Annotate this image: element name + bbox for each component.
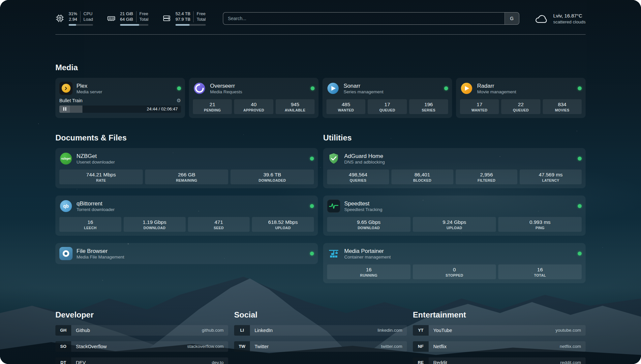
overseerr-icon [193,82,206,95]
memory-total-label: Total [139,17,148,22]
stat-label: UPLOAD [414,226,495,230]
stat-label: DOWNLOADED [232,178,313,182]
service-subtitle: DNS and adblocking [344,160,385,165]
bookmark-abbr: SO [55,341,71,352]
stat-label: BLOCKED [393,178,452,182]
stat-label: WANTED [461,108,498,112]
weather-location: Lviv, 16.87°C [553,13,586,19]
service-card-speedtest[interactable]: Speedtest Speedtest Tracking 9.65 Gbps D… [323,196,586,236]
bookmark-netflix[interactable]: NF Netflix netflix.com [413,341,586,352]
bookmark-github[interactable]: GH Github github.com [55,325,228,336]
bookmark-linkedin[interactable]: LI LinkedIn linkedin.com [234,325,407,336]
dashboard-content: 31% 2.94 CPU Load [0,0,641,364]
stat-label: DOWNLOAD [328,226,409,230]
stat-value: 485 [328,102,364,107]
bookmark-twitter[interactable]: TW Twitter twitter.com [234,341,407,352]
disk-stats: 52.4 TB 97.9 TB Free Total [175,11,206,26]
stat-label: LATENCY [521,178,580,182]
service-card-radarr[interactable]: Radarr Movie management 17 WANTED 22 QUE… [456,78,586,118]
service-card-portainer[interactable]: Media Portainer Container management 16 … [323,243,586,283]
stat-label: DOWNLOAD [125,226,184,230]
service-subtitle: Series management [344,89,383,94]
bookmark-youtube[interactable]: YT YouTube youtube.com [413,325,586,336]
cpu-load-value: 2.94 [69,17,77,22]
stat-box: 16 RUNNING [327,264,411,279]
bookmark-abbr: RE [413,357,429,364]
status-dot [311,86,315,90]
bookmark-name: Twitter [250,341,376,352]
memory-stats: 21 GiB 64 GiB Free Total [120,11,148,26]
service-card-adguard[interactable]: AdGuard Home DNS and adblocking 498,564 … [323,148,586,188]
search-provider-button[interactable]: G [504,13,519,24]
stat-value: 9.24 Gbps [414,219,495,225]
stat-box: 945 AVAILABLE [276,99,315,114]
cloud-icon [534,13,549,24]
qbittorrent-icon: qb [59,199,73,213]
stat-box: 834 MOVIES [543,99,582,114]
service-subtitle: Usenet downloader [76,160,115,165]
bookmark-group-developer: Developer GH Github github.com SO StackO… [55,310,228,364]
stat-value: 47.569 ms [521,172,580,178]
cpu-progressbar [69,24,93,26]
section-media: Media Plex Media server [55,63,586,118]
media-cards: Plex Media server Bullet Train ⚙ 24:44 /… [55,78,586,118]
stat-box: 16 LEECH [59,217,121,232]
bookmark-domain: twitter.com [376,341,407,352]
bookmark-name: StackOverflow [71,341,183,352]
bookmark-name: Github [71,325,197,336]
stat-label: TOTAL [500,273,580,277]
playback-time: 24:44 / 02:06:47 [147,106,178,113]
stat-label: WANTED [328,108,364,112]
bookmark-reddit[interactable]: RE Reddit reddit.com [413,357,586,364]
section-utilities: Utilities [323,133,586,283]
service-name: File Browser [76,248,124,255]
service-card-sonarr[interactable]: Sonarr Series management 485 WANTED 17 Q… [322,78,452,118]
bookmark-domain: stackoverflow.com [183,341,228,352]
weather-text: Lviv, 16.87°C scattered clouds [553,13,586,24]
stat-box: 40 APPROVED [234,99,273,114]
stat-value: 196 [411,102,447,107]
gear-icon[interactable]: ⚙ [177,98,181,103]
playback-progressbar[interactable]: 24:44 / 02:06:47 [59,106,181,113]
search-bar[interactable]: G [223,12,519,25]
service-name: Speedtest [344,200,382,207]
status-dot [310,204,314,208]
service-card-filebrowser[interactable]: File Browser Media File Management [55,243,318,264]
resource-widgets: 31% 2.94 CPU Load [55,11,206,26]
service-card-plex[interactable]: Plex Media server Bullet Train ⚙ 24:44 /… [55,78,185,118]
service-name: Overseerr [210,82,242,89]
top-bar: 31% 2.94 CPU Load [55,11,586,26]
stat-label: QUEUED [503,108,539,112]
search-input[interactable] [223,13,504,24]
stat-value: 16 [61,219,120,225]
service-card-nzbget[interactable]: nzbget NZBGet Usenet downloader 744.21 M… [55,148,318,188]
pause-icon[interactable] [59,106,70,113]
stat-value: 618.52 Mbps [253,219,313,225]
stat-value: 0 [414,267,495,273]
stat-box: 21 PENDING [193,99,232,114]
section-title-social: Social [234,310,407,319]
bookmark-name: LinkedIn [250,325,373,336]
memory-progressbar [120,24,148,26]
adguard-icon [327,152,340,165]
service-card-qbittorrent[interactable]: qb qBittorrent Torrent downloader 16 LEE… [55,196,318,236]
topbar-divider [55,34,586,35]
stat-label: PENDING [194,108,230,112]
bookmark-stackoverflow[interactable]: SO StackOverflow stackoverflow.com [55,341,228,352]
section-documents: Documents & Files nzbget NZBGet Usenet d… [55,133,318,264]
cpu-stats: 31% 2.94 CPU Load [69,11,93,26]
stat-value: 1.19 Gbps [125,219,184,225]
bookmark-abbr: DT [55,357,71,364]
cpu-icon [55,14,64,23]
stat-box: 744.21 Mbps RATE [59,169,143,184]
service-name: Radarr [477,82,516,89]
stat-box: 0 STOPPED [413,264,496,279]
bookmark-dev[interactable]: DT DEV dev.to [55,357,228,364]
service-card-overseerr[interactable]: Overseerr Media Requests 21 PENDING 40 A… [189,78,319,118]
disk-total-value: 97.9 TB [175,17,190,22]
section-title-developer: Developer [55,310,228,319]
service-name: qBittorrent [76,200,115,207]
stat-value: 22 [503,102,539,107]
resource-widget-disk: 52.4 TB 97.9 TB Free Total [162,11,206,26]
section-title-documents: Documents & Files [55,133,318,142]
